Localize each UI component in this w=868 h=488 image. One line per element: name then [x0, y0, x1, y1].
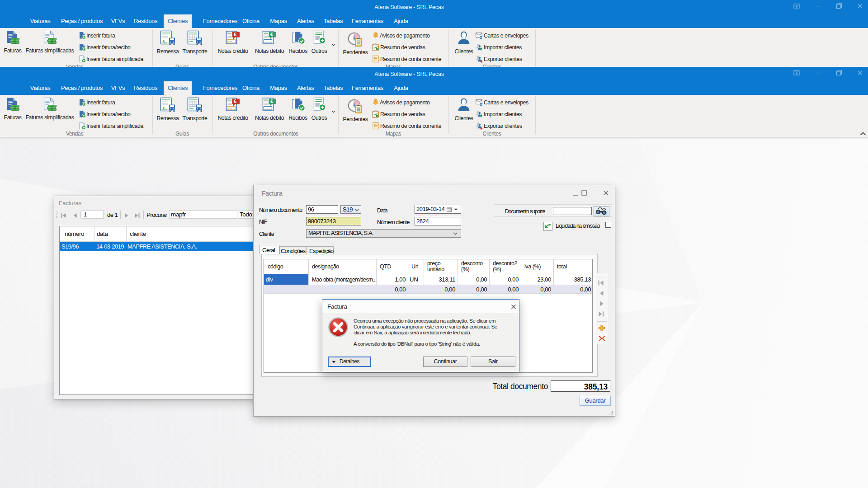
svg-text:€: €	[270, 32, 273, 37]
svg-text:€: €	[234, 99, 236, 104]
svg-text:€: €	[270, 99, 273, 104]
svg-text:€: €	[163, 39, 165, 43]
svg-text:€: €	[163, 106, 165, 110]
svg-text:€: €	[234, 32, 236, 37]
